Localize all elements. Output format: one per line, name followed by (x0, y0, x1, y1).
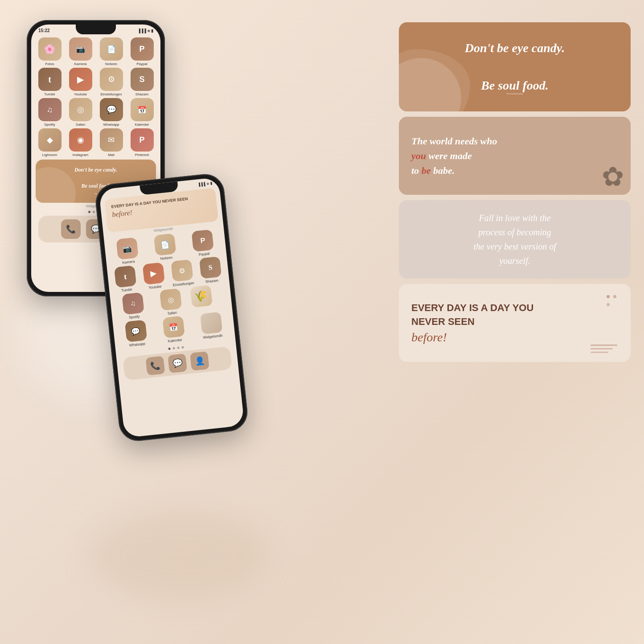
flower-decoration: ✿ (602, 161, 624, 193)
app-notizen[interactable]: 📄 Notizen (97, 37, 125, 66)
app2-einstellungen[interactable]: ⚙ Einstellungen (168, 259, 197, 287)
app-mail[interactable]: ✉ Mail (97, 128, 125, 157)
dock2-contacts[interactable]: 👤 (190, 351, 209, 371)
wifi-icon: ⌾ (148, 29, 150, 33)
battery-icon-2: ▮ (210, 181, 212, 185)
app2-kamera[interactable]: 📷 Kamera (108, 237, 146, 266)
app2-shazam[interactable]: S Shazam (197, 256, 225, 284)
app-instagram[interactable]: ◉ Instagram (66, 128, 94, 157)
app-pinterest[interactable]: P Pinterest (128, 128, 156, 157)
app2-youtube[interactable]: ▶ Youtube (140, 262, 168, 291)
card1: Don't be eye candy.Be soul food. ~~~~~ (399, 22, 631, 111)
app2-spotify[interactable]: ♫ Spotify (114, 291, 152, 321)
app2-kalender[interactable]: 📅 Kalender (155, 315, 193, 345)
dock2-messages[interactable]: 💬 (168, 353, 187, 373)
app-shazam[interactable]: S Shazam (128, 68, 156, 96)
dock2-phone[interactable]: 📞 (145, 356, 165, 376)
status-time: 15:22 (38, 28, 50, 33)
app-lightroom[interactable]: ◆ Lighroom (36, 128, 64, 157)
app-fotos[interactable]: 🌸 Fotos (36, 37, 64, 66)
card4-stripes (591, 345, 617, 353)
app2-notizen[interactable]: 📄 Notizen (146, 233, 184, 262)
app-whatsapp[interactable]: 💬 Whatsapp (97, 98, 125, 127)
card1-text: Don't be eye candy.Be soul food. (465, 39, 565, 95)
app-paypal[interactable]: P Paypal (128, 37, 156, 66)
app-spotify[interactable]: ♫ Spotify (36, 98, 64, 127)
battery-icon: ▮ (151, 29, 153, 33)
wifi-icon-2: ⌾ (206, 182, 209, 186)
widgetsmith-label2: Widgetsmith (203, 333, 223, 340)
card4-dots (606, 293, 617, 309)
app2-safari[interactable]: ◎ Safari (152, 287, 190, 317)
app-kamera[interactable]: 📷 Kamera (66, 37, 94, 66)
card2-text: The world needs who you were made to be … (411, 134, 497, 178)
card3: Fall in love with theprocess of becoming… (399, 200, 631, 279)
app-safari[interactable]: ◎ Safari (66, 98, 94, 127)
card4-text: EVERY DAY IS A DAY YOUNEVER SEEN (411, 301, 533, 329)
app-tumblr[interactable]: t Tumblr (36, 68, 64, 96)
app-kalender[interactable]: 📅 Kalender (128, 98, 156, 127)
signal-icon: ▐▐▐ (138, 29, 146, 33)
app2-tumblr[interactable]: t Tumblr (111, 265, 140, 294)
card2: ✿ The world needs who you were made to b… (399, 117, 631, 195)
app-youtube[interactable]: ▶ Youtube (66, 68, 94, 96)
floral-widget: 🌾 (190, 285, 213, 308)
card4: EVERY DAY IS A DAY YOUNEVER SEEN before! (399, 284, 631, 362)
app-einstellungen[interactable]: ⚙ Einstellungen (97, 68, 125, 96)
signal-icon-2: ▐▐▐ (197, 182, 205, 187)
app2-whatsapp[interactable]: 💬 Whatsapp (117, 319, 155, 349)
card3-text: Fall in love with theprocess of becoming… (411, 211, 618, 268)
cards-container: Don't be eye candy.Be soul food. ~~~~~ ✿… (399, 22, 631, 362)
dock-phone[interactable]: 📞 (61, 219, 81, 239)
app2-paypal[interactable]: P Paypal (184, 229, 222, 258)
card4-cursive: before! (411, 330, 447, 345)
